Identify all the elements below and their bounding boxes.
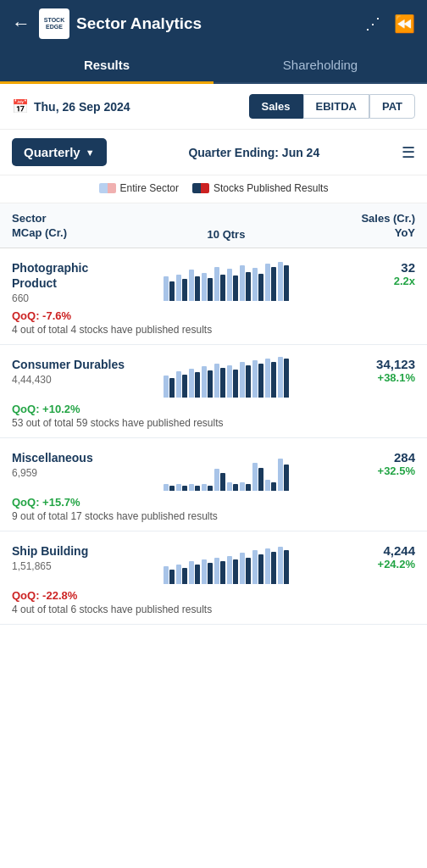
- bar-pair: [176, 484, 187, 491]
- sector-yoy-value: +38.1%: [322, 371, 415, 384]
- tab-results[interactable]: Results: [0, 47, 214, 82]
- bar-entire: [265, 480, 270, 491]
- bar-published: [195, 276, 200, 301]
- period-selector-button[interactable]: Quarterly ▼: [12, 138, 107, 166]
- bar-pair: [189, 270, 200, 301]
- sector-row-3[interactable]: Ship Building 1,51,865: [0, 531, 427, 625]
- bar-entire: [265, 359, 270, 398]
- sector-yoy-value: +24.2%: [322, 558, 415, 570]
- rewind-icon[interactable]: ⏪: [394, 14, 415, 34]
- sector-sales-value: 32: [322, 260, 415, 275]
- date-badge[interactable]: 📅 Thu, 26 Sep 2024: [12, 98, 130, 114]
- bar-published: [182, 486, 187, 491]
- bar-published: [195, 565, 200, 584]
- sector-row-0[interactable]: Photographic Product 660: [0, 248, 427, 345]
- sectors-list: Photographic Product 660: [0, 248, 427, 625]
- sector-chart: [130, 357, 322, 398]
- date-filter-row: 📅 Thu, 26 Sep 2024 Sales EBITDA PAT: [0, 84, 427, 130]
- bar-pair: [214, 469, 225, 491]
- sector-yoy-value: +32.5%: [322, 465, 415, 477]
- legend-entire-label: Entire Sector: [120, 182, 179, 194]
- bar-pair: [202, 273, 213, 301]
- bar-pair: [176, 565, 187, 584]
- bar-published: [246, 484, 251, 491]
- tab-bar: Results Shareholding: [0, 47, 427, 84]
- page-title: Sector Analytics: [76, 14, 365, 33]
- sector-name: Ship Building: [12, 543, 130, 559]
- bar-entire: [278, 547, 283, 584]
- period-filter-row: Quarterly ▼ Quarter Ending: Jun 24 ☰: [0, 130, 427, 175]
- bar-entire: [240, 482, 245, 491]
- sector-mcap: 1,51,865: [12, 560, 130, 572]
- share-icon[interactable]: ⋰: [365, 14, 380, 33]
- bar-pair: [278, 357, 289, 398]
- bar-entire: [252, 360, 258, 398]
- bar-entire: [214, 267, 219, 301]
- sector-name-block: Photographic Product 660: [12, 260, 130, 304]
- bar-published: [271, 267, 276, 301]
- bar-entire: [164, 566, 169, 584]
- legend-entire-sector: Entire Sector: [99, 182, 179, 194]
- bar-entire: [214, 364, 219, 398]
- bar-published: [169, 378, 175, 398]
- bar-published: [169, 486, 175, 491]
- sector-name: Consumer Durables: [12, 357, 130, 372]
- sector-chart: [130, 543, 322, 584]
- bar-entire: [176, 275, 181, 301]
- dropdown-arrow-icon: ▼: [86, 147, 95, 158]
- metric-ebitda-button[interactable]: EBITDA: [303, 94, 369, 119]
- sector-footer: QoQ: -22.8% 4 out of total 6 stocks have…: [12, 589, 415, 615]
- bar-entire: [214, 558, 219, 584]
- back-button[interactable]: ←: [12, 13, 30, 35]
- bar-pair: [202, 484, 213, 491]
- sector-main-row: Photographic Product 660: [12, 260, 415, 304]
- sector-stocks-info: 9 out of total 17 stocks have published …: [12, 510, 415, 522]
- sector-stocks-info: 4 out of total 4 stocks have published r…: [12, 324, 415, 336]
- bar-entire: [164, 376, 169, 398]
- sector-value-block: 34,123 +38.1%: [322, 357, 415, 384]
- metric-pat-button[interactable]: PAT: [369, 94, 415, 119]
- bar-pair: [252, 268, 263, 301]
- calendar-icon: 📅: [12, 98, 29, 114]
- bar-pair: [265, 359, 276, 398]
- bar-published: [284, 550, 289, 584]
- bar-pair: [214, 267, 225, 301]
- bar-pair: [227, 482, 238, 491]
- bar-pair: [164, 276, 175, 301]
- bar-pair: [278, 547, 289, 584]
- sector-value-block: 284 +32.5%: [322, 450, 415, 477]
- sector-name: Photographic Product: [12, 260, 130, 291]
- bar-published: [220, 275, 225, 301]
- sector-qoq-label: QoQ: +10.2%: [12, 403, 415, 415]
- sector-row-2[interactable]: Miscellaneous 6,959: [0, 438, 427, 531]
- sector-value-block: 4,244 +24.2%: [322, 543, 415, 570]
- filter-icon[interactable]: ☰: [402, 143, 415, 162]
- bar-published: [258, 274, 263, 301]
- bar-pair: [176, 275, 187, 301]
- metric-selector: Sales EBITDA PAT: [249, 94, 415, 119]
- bar-published: [233, 275, 238, 301]
- metric-sales-button[interactable]: Sales: [249, 94, 303, 119]
- bar-entire: [202, 366, 207, 398]
- bar-published: [195, 372, 200, 398]
- sector-qoq-label: QoQ: +15.7%: [12, 496, 415, 509]
- bar-entire: [227, 269, 232, 301]
- bar-published: [258, 364, 263, 398]
- bar-pair: [240, 265, 251, 301]
- bar-published: [182, 568, 187, 584]
- bar-published: [220, 473, 225, 491]
- bar-entire: [227, 365, 232, 398]
- bar-pair: [227, 365, 238, 398]
- bar-entire: [214, 469, 219, 491]
- bar-entire: [189, 561, 194, 584]
- bar-published: [246, 272, 251, 301]
- bar-entire: [252, 268, 258, 301]
- quarter-ending-label: Quarter Ending: Jun 24: [115, 146, 393, 159]
- sector-mcap: 6,959: [12, 467, 130, 479]
- sector-value-block: 32 2.2x: [322, 260, 415, 287]
- bar-entire: [164, 276, 169, 301]
- bar-pair: [189, 484, 200, 491]
- sector-row-1[interactable]: Consumer Durables 4,44,430: [0, 345, 427, 438]
- tab-shareholding[interactable]: Shareholding: [214, 47, 427, 82]
- bar-pair: [265, 548, 276, 584]
